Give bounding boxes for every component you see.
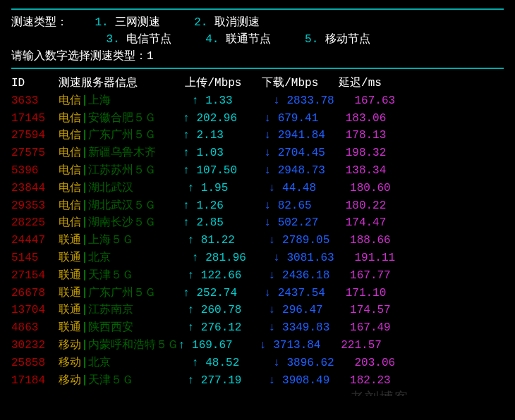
opt-3-label[interactable]: 电信节点 [126, 33, 171, 46]
cell-loc: 上海５Ｇ [88, 234, 133, 247]
cell-loc: 江苏苏州５Ｇ [88, 164, 156, 177]
table-row: 17184 移动|天津５Ｇ ↑ 277.19 ↓ 3908.49 182.23 [11, 372, 504, 390]
down-arrow-icon: ↓ [269, 321, 282, 334]
cell-down: 679.41 [278, 112, 346, 125]
cell-lat: 188.66 [350, 234, 391, 247]
cell-loc: 江苏南京 [88, 304, 133, 316]
opt-5-label[interactable]: 移动节点 [325, 33, 370, 46]
cell-loc: 北京 [88, 357, 111, 369]
cell-id: 17145 [11, 112, 59, 125]
down-arrow-icon: ↓ [269, 234, 282, 247]
cell-up: 2.13 [196, 129, 264, 142]
cell-id: 24447 [11, 234, 59, 247]
cell-down: 3908.49 [282, 374, 350, 387]
cell-isp: 电信 [59, 182, 81, 194]
cell-isp: 联通 [59, 269, 81, 282]
cell-id: 28225 [11, 216, 59, 229]
up-arrow-icon: ↑ [188, 374, 201, 387]
cell-up: 1.03 [196, 147, 264, 159]
cell-up: 1.95 [201, 182, 269, 194]
cell-down: 3713.84 [273, 339, 341, 352]
up-arrow-icon: ↑ [183, 216, 196, 229]
cell-lat: 191.11 [354, 252, 395, 264]
cell-down: 2789.05 [282, 234, 350, 247]
hdr-down: 下载/Mbps [262, 77, 339, 89]
cell-id: 5145 [11, 252, 59, 264]
cell-lat: 180.60 [350, 182, 391, 194]
down-arrow-icon: ↓ [264, 287, 277, 299]
cell-loc: 上海 [88, 94, 111, 107]
cell-isp: 电信 [59, 129, 81, 142]
cell-sep: | [81, 164, 88, 177]
cell-up: 260.78 [201, 304, 269, 316]
opt-2-num: 2. [194, 16, 207, 29]
opt-5-num: 5. [305, 33, 318, 46]
speedtest-type-label: 测速类型： [11, 16, 68, 29]
user-input[interactable]: 1 [147, 50, 154, 63]
cell-loc: 北京 [88, 252, 111, 264]
up-arrow-icon: ↑ [183, 199, 196, 212]
cell-sep: | [81, 147, 88, 159]
table-row: 13704 联通|江苏南京 ↑ 260.78 ↓ 296.47 174.57 [11, 302, 504, 319]
opt-1-label[interactable]: 三网测速 [115, 16, 160, 29]
cell-id: 27154 [11, 269, 59, 282]
cell-sep: | [81, 304, 88, 316]
up-arrow-icon: ↑ [183, 147, 196, 159]
up-arrow-icon: ↑ [183, 164, 196, 177]
cell-id: 3633 [11, 94, 59, 107]
cell-id: 17184 [11, 374, 59, 387]
cell-up: 1.33 [205, 94, 273, 107]
cell-lat: 183.06 [346, 112, 387, 125]
cell-lat: 180.22 [346, 199, 387, 212]
cell-sep: | [81, 321, 88, 334]
up-arrow-icon: ↑ [188, 321, 201, 334]
opt-2-label[interactable]: 取消测速 [214, 16, 260, 29]
cell-lat: 221.57 [341, 339, 382, 352]
cell-id: 29353 [11, 199, 59, 212]
down-arrow-icon: ↓ [264, 147, 277, 159]
cell-lat: 203.06 [354, 357, 395, 369]
cell-id: 25858 [11, 357, 59, 369]
table-row: 17145 电信|安徽合肥５Ｇ ↑ 202.96 ↓ 679.41 183.06 [11, 110, 504, 128]
cell-loc: 新疆乌鲁木齐 [88, 147, 156, 159]
table-row: 27154 联通|天津５Ｇ ↑ 122.66 ↓ 2436.18 167.77 [11, 267, 504, 285]
hdr-up: 上传/Mbps [185, 77, 262, 89]
cell-up: 122.66 [201, 269, 269, 282]
cell-isp: 移动 [59, 374, 81, 387]
table-row: 27575 电信|新疆乌鲁木齐 ↑ 1.03 ↓ 2704.45 198.32 [11, 144, 504, 162]
cell-up: 48.52 [205, 357, 273, 369]
cell-isp: 联通 [59, 304, 81, 316]
up-arrow-icon: ↑ [188, 182, 201, 194]
cell-isp: 移动 [59, 357, 81, 369]
cell-up: 276.12 [201, 321, 269, 334]
cell-sep: | [81, 234, 88, 247]
cell-isp: 电信 [59, 216, 81, 229]
table-row: 26678 联通|广东广州５Ｇ ↑ 252.74 ↓ 2437.54 171.1… [11, 285, 504, 302]
input-prompt: 请输入数字选择测速类型： [11, 50, 147, 63]
cell-isp: 电信 [59, 164, 81, 177]
down-arrow-icon: ↓ [273, 252, 286, 264]
up-arrow-icon: ↑ [188, 269, 201, 282]
table-row: 3633 电信|上海 ↑ 1.33 ↓ 2833.78 167.63 [11, 92, 504, 110]
cell-id: 27575 [11, 147, 59, 159]
up-arrow-icon: ↑ [188, 234, 201, 247]
table-row: 29353 电信|湖北武汉５Ｇ ↑ 1.26 ↓ 82.65 180.22 [11, 197, 504, 215]
cell-down: 3349.83 [282, 321, 350, 334]
table-row: 27594 电信|广东广州５Ｇ ↑ 2.13 ↓ 2941.84 178.13 [11, 127, 504, 144]
cell-sep: | [81, 129, 88, 142]
cell-up: 252.74 [196, 287, 264, 299]
prompt-line: 请输入数字选择测速类型：1 [11, 48, 504, 65]
cell-sep: | [81, 374, 88, 387]
cell-sep: | [81, 339, 88, 352]
table-row: 28225 电信|湖南长沙５Ｇ ↑ 2.85 ↓ 502.27 174.47 [11, 214, 504, 232]
opt-4-label[interactable]: 联通节点 [226, 33, 271, 46]
down-arrow-icon: ↓ [269, 374, 282, 387]
down-arrow-icon: ↓ [264, 129, 277, 142]
table-row: 4863 联通|陕西西安 ↑ 276.12 ↓ 3349.83 167.49 [11, 319, 504, 337]
cell-sep: | [81, 94, 88, 107]
cell-sep: | [81, 112, 88, 125]
up-arrow-icon: ↑ [183, 287, 196, 299]
up-arrow-icon: ↑ [188, 304, 201, 316]
cell-sep: | [81, 216, 88, 229]
cell-isp: 联通 [59, 252, 81, 264]
